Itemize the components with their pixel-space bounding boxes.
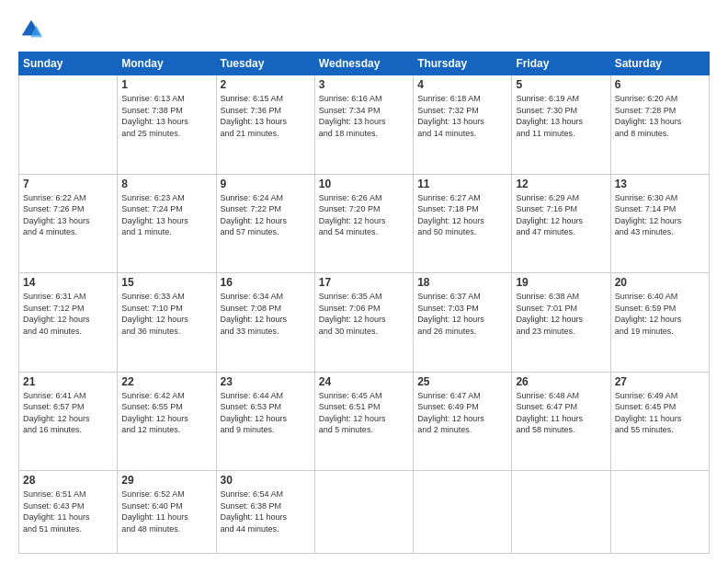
cell-info-text: Sunrise: 6:42 AM Sunset: 6:55 PM Dayligh…: [121, 390, 211, 436]
cell-info-text: Sunrise: 6:54 AM Sunset: 6:38 PM Dayligh…: [221, 488, 311, 534]
calendar-cell: 14Sunrise: 6:31 AM Sunset: 7:12 PM Dayli…: [19, 273, 118, 373]
cell-info-text: Sunrise: 6:18 AM Sunset: 7:32 PM Dayligh…: [417, 93, 507, 139]
calendar-table: SundayMondayTuesdayWednesdayThursdayFrid…: [18, 52, 710, 554]
calendar-week-1: 1Sunrise: 6:13 AM Sunset: 7:38 PM Daylig…: [19, 75, 710, 175]
calendar-cell: 6Sunrise: 6:20 AM Sunset: 7:28 PM Daylig…: [610, 75, 709, 175]
cell-day-number: 6: [615, 78, 705, 91]
calendar-week-3: 14Sunrise: 6:31 AM Sunset: 7:12 PM Dayli…: [19, 273, 710, 373]
calendar-cell: 5Sunrise: 6:19 AM Sunset: 7:30 PM Daylig…: [512, 75, 610, 175]
cell-info-text: Sunrise: 6:45 AM Sunset: 6:51 PM Dayligh…: [319, 390, 409, 436]
cell-info-text: Sunrise: 6:33 AM Sunset: 7:10 PM Dayligh…: [121, 291, 211, 337]
calendar-week-5: 28Sunrise: 6:51 AM Sunset: 6:43 PM Dayli…: [19, 471, 710, 554]
calendar-cell: 8Sunrise: 6:23 AM Sunset: 7:24 PM Daylig…: [118, 174, 216, 273]
calendar-cell: 27Sunrise: 6:49 AM Sunset: 6:45 PM Dayli…: [610, 372, 709, 471]
cell-day-number: 10: [319, 178, 409, 190]
logo-icon: [18, 17, 44, 42]
calendar-cell: 3Sunrise: 6:16 AM Sunset: 7:34 PM Daylig…: [314, 75, 413, 175]
calendar-cell: 24Sunrise: 6:45 AM Sunset: 6:51 PM Dayli…: [314, 372, 413, 471]
calendar-cell: 16Sunrise: 6:34 AM Sunset: 7:08 PM Dayli…: [216, 273, 314, 373]
cell-info-text: Sunrise: 6:40 AM Sunset: 6:59 PM Dayligh…: [615, 291, 705, 337]
calendar-cell: 28Sunrise: 6:51 AM Sunset: 6:43 PM Dayli…: [19, 471, 118, 554]
logo: [18, 17, 48, 42]
calendar-cell: [414, 471, 512, 554]
cell-info-text: Sunrise: 6:37 AM Sunset: 7:03 PM Dayligh…: [417, 291, 507, 337]
calendar-header-tuesday: Tuesday: [216, 52, 314, 75]
calendar-cell: 7Sunrise: 6:22 AM Sunset: 7:26 PM Daylig…: [19, 174, 118, 273]
cell-day-number: 30: [221, 474, 311, 487]
calendar-cell: 9Sunrise: 6:24 AM Sunset: 7:22 PM Daylig…: [216, 174, 314, 273]
cell-info-text: Sunrise: 6:38 AM Sunset: 7:01 PM Dayligh…: [516, 291, 606, 337]
cell-info-text: Sunrise: 6:47 AM Sunset: 6:49 PM Dayligh…: [417, 390, 507, 436]
calendar-cell: 10Sunrise: 6:26 AM Sunset: 7:20 PM Dayli…: [314, 174, 413, 273]
cell-day-number: 7: [23, 178, 113, 190]
cell-info-text: Sunrise: 6:52 AM Sunset: 6:40 PM Dayligh…: [121, 488, 211, 534]
cell-info-text: Sunrise: 6:23 AM Sunset: 7:24 PM Dayligh…: [121, 192, 211, 238]
cell-day-number: 25: [417, 375, 507, 388]
cell-info-text: Sunrise: 6:48 AM Sunset: 6:47 PM Dayligh…: [516, 390, 606, 436]
page: SundayMondayTuesdayWednesdayThursdayFrid…: [0, 0, 728, 563]
calendar-header-wednesday: Wednesday: [314, 52, 413, 75]
cell-info-text: Sunrise: 6:27 AM Sunset: 7:18 PM Dayligh…: [417, 192, 507, 238]
cell-day-number: 29: [121, 474, 211, 487]
cell-day-number: 19: [516, 276, 606, 289]
cell-day-number: 13: [615, 178, 705, 190]
calendar-cell: 12Sunrise: 6:29 AM Sunset: 7:16 PM Dayli…: [512, 174, 610, 273]
cell-day-number: 2: [221, 78, 311, 91]
calendar-cell: 26Sunrise: 6:48 AM Sunset: 6:47 PM Dayli…: [512, 372, 610, 471]
cell-info-text: Sunrise: 6:35 AM Sunset: 7:06 PM Dayligh…: [319, 291, 409, 337]
cell-day-number: 1: [121, 78, 211, 91]
calendar-cell: 17Sunrise: 6:35 AM Sunset: 7:06 PM Dayli…: [314, 273, 413, 373]
calendar-week-2: 7Sunrise: 6:22 AM Sunset: 7:26 PM Daylig…: [19, 174, 710, 273]
cell-day-number: 15: [121, 276, 211, 289]
cell-day-number: 5: [516, 78, 606, 91]
calendar-cell: 15Sunrise: 6:33 AM Sunset: 7:10 PM Dayli…: [118, 273, 216, 373]
cell-day-number: 4: [417, 78, 507, 91]
cell-info-text: Sunrise: 6:31 AM Sunset: 7:12 PM Dayligh…: [23, 291, 113, 337]
calendar-cell: 18Sunrise: 6:37 AM Sunset: 7:03 PM Dayli…: [414, 273, 512, 373]
calendar-cell: [512, 471, 610, 554]
cell-info-text: Sunrise: 6:49 AM Sunset: 6:45 PM Dayligh…: [615, 390, 705, 436]
cell-info-text: Sunrise: 6:41 AM Sunset: 6:57 PM Dayligh…: [23, 390, 113, 436]
cell-info-text: Sunrise: 6:24 AM Sunset: 7:22 PM Dayligh…: [221, 192, 311, 238]
calendar-cell: 22Sunrise: 6:42 AM Sunset: 6:55 PM Dayli…: [118, 372, 216, 471]
cell-info-text: Sunrise: 6:15 AM Sunset: 7:36 PM Dayligh…: [221, 93, 311, 139]
cell-info-text: Sunrise: 6:29 AM Sunset: 7:16 PM Dayligh…: [516, 192, 606, 238]
cell-day-number: 28: [23, 474, 113, 487]
calendar-cell: 4Sunrise: 6:18 AM Sunset: 7:32 PM Daylig…: [414, 75, 512, 175]
calendar-cell: 23Sunrise: 6:44 AM Sunset: 6:53 PM Dayli…: [216, 372, 314, 471]
cell-info-text: Sunrise: 6:22 AM Sunset: 7:26 PM Dayligh…: [23, 192, 113, 238]
cell-info-text: Sunrise: 6:30 AM Sunset: 7:14 PM Dayligh…: [615, 192, 705, 238]
calendar-cell: 30Sunrise: 6:54 AM Sunset: 6:38 PM Dayli…: [216, 471, 314, 554]
cell-day-number: 27: [615, 375, 705, 388]
calendar-header-sunday: Sunday: [19, 52, 118, 75]
calendar-header-friday: Friday: [512, 52, 610, 75]
cell-day-number: 17: [319, 276, 409, 289]
calendar-cell: [314, 471, 413, 554]
calendar-header-saturday: Saturday: [610, 52, 709, 75]
calendar-cell: [19, 75, 118, 175]
cell-day-number: 18: [417, 276, 507, 289]
calendar-header-thursday: Thursday: [414, 52, 512, 75]
cell-day-number: 16: [221, 276, 311, 289]
calendar-cell: 1Sunrise: 6:13 AM Sunset: 7:38 PM Daylig…: [118, 75, 216, 175]
cell-day-number: 12: [516, 178, 606, 190]
cell-info-text: Sunrise: 6:20 AM Sunset: 7:28 PM Dayligh…: [615, 93, 705, 139]
cell-info-text: Sunrise: 6:16 AM Sunset: 7:34 PM Dayligh…: [319, 93, 409, 139]
cell-info-text: Sunrise: 6:13 AM Sunset: 7:38 PM Dayligh…: [121, 93, 211, 139]
cell-day-number: 26: [516, 375, 606, 388]
header: [18, 17, 710, 42]
cell-day-number: 21: [23, 375, 113, 388]
cell-day-number: 23: [221, 375, 311, 388]
cell-info-text: Sunrise: 6:44 AM Sunset: 6:53 PM Dayligh…: [221, 390, 311, 436]
cell-info-text: Sunrise: 6:51 AM Sunset: 6:43 PM Dayligh…: [23, 488, 113, 534]
cell-day-number: 24: [319, 375, 409, 388]
cell-day-number: 8: [121, 178, 211, 190]
calendar-cell: 11Sunrise: 6:27 AM Sunset: 7:18 PM Dayli…: [414, 174, 512, 273]
cell-day-number: 9: [221, 178, 311, 190]
cell-day-number: 14: [23, 276, 113, 289]
cell-day-number: 22: [121, 375, 211, 388]
calendar-cell: 25Sunrise: 6:47 AM Sunset: 6:49 PM Dayli…: [414, 372, 512, 471]
cell-day-number: 3: [319, 78, 409, 91]
calendar-cell: [610, 471, 709, 554]
cell-day-number: 20: [615, 276, 705, 289]
